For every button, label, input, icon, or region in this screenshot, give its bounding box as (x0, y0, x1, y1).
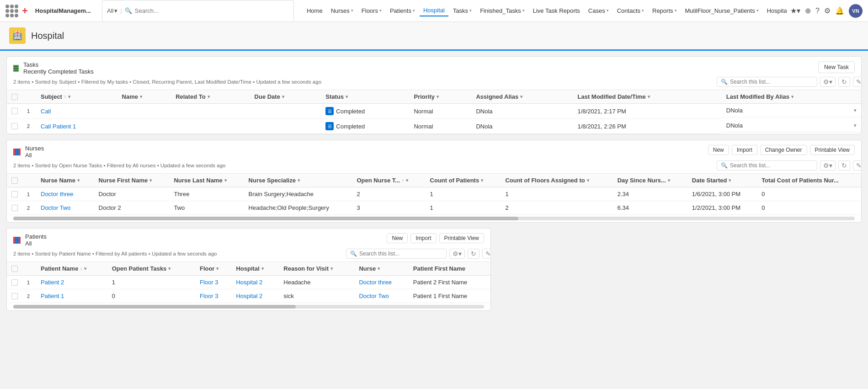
search-input[interactable] (135, 7, 289, 14)
tasks-col-duedate[interactable]: Due Date ▾ (250, 90, 321, 104)
tasks-row1-chevron[interactable]: ▾ (854, 107, 857, 113)
patients-col-reason[interactable]: Reason for Visit ▾ (279, 262, 354, 276)
nurses-refresh-btn[interactable]: ↻ (838, 160, 850, 171)
nav-hospitals[interactable]: Hospitals▾ (763, 5, 787, 16)
tasks-col-related[interactable]: Related To ▾ (171, 90, 250, 104)
patients-col-hospital[interactable]: Hospital ▾ (231, 262, 279, 276)
patients-row2-checkbox[interactable] (11, 293, 18, 299)
tasks-table-scroll[interactable]: Subject ↑ ▾ Name ▾ Related To ▾ Due Date… (7, 90, 861, 134)
plus-icon[interactable]: ⊕ (805, 6, 811, 15)
tasks-col-lastmod[interactable]: Last Modified Date/Time ▾ (573, 90, 722, 104)
nurses-hscroll[interactable] (13, 217, 855, 220)
tasks-select-all-col[interactable] (7, 90, 22, 104)
tasks-row2-subject-link[interactable]: Call Patient 1 (41, 123, 76, 130)
tasks-edit-btn[interactable]: ✎ (853, 77, 862, 87)
patients-printable-view-button[interactable]: Printable View (439, 233, 485, 243)
patients-col-firstname[interactable]: Patient First Name (409, 262, 490, 276)
patients-col-floor[interactable]: Floor ▾ (195, 262, 232, 276)
nurses-select-all-col[interactable] (7, 174, 22, 187)
app-switcher[interactable] (5, 5, 18, 17)
nurses-row2-name-link[interactable]: Doctor Two (41, 204, 71, 211)
brand-section: + HospitalManagem... (22, 5, 98, 17)
tasks-col-status[interactable]: Status ▾ (321, 90, 409, 104)
patients-row2-nurse-link[interactable]: Doctor Two (359, 293, 389, 299)
patients-search-input[interactable] (359, 250, 442, 257)
nurses-col-daysince[interactable]: Day Since Nurs... ▾ (613, 174, 687, 187)
patients-col-name[interactable]: Patient Name ↓ ▾ (36, 262, 107, 276)
nav-nurses[interactable]: Nurses▾ (327, 5, 357, 16)
patients-hscroll[interactable] (13, 305, 484, 309)
tasks-row1-subject-link[interactable]: Call (41, 108, 51, 115)
tasks-col-subject[interactable]: Subject ↑ ▾ (36, 90, 117, 104)
nurses-printable-view-button[interactable]: Printable View (810, 145, 855, 155)
nurses-row1-name-link[interactable]: Doctor three (41, 191, 74, 197)
patients-row2-floor-link[interactable]: Floor 3 (200, 293, 218, 299)
tasks-row1-checkbox[interactable] (11, 108, 18, 114)
patients-row1-hospital-link[interactable]: Hospital 2 (236, 279, 262, 286)
nav-patients[interactable]: Patients▾ (386, 5, 419, 16)
settings-icon[interactable]: ⚙ (824, 6, 831, 15)
patients-new-button[interactable]: New (387, 233, 408, 243)
patients-import-button[interactable]: Import (410, 233, 436, 243)
patients-edit-btn[interactable]: ✎ (482, 249, 491, 259)
nurses-table-scroll[interactable]: Nurse Name ▾ Nurse First Name ▾ Nurse La… (7, 173, 861, 215)
nurses-col-name[interactable]: Nurse Name ▾ (36, 174, 94, 187)
star-icon[interactable]: ★▾ (790, 6, 800, 15)
tasks-settings-btn[interactable]: ⚙▾ (820, 77, 836, 87)
patients-row2-name-link[interactable]: Patient 1 (41, 293, 64, 299)
patients-row1-checkbox[interactable] (11, 279, 18, 286)
nurses-col-totalcost[interactable]: Total Cost of Patients Nur... (757, 174, 861, 187)
nav-contacts[interactable]: Contacts▾ (613, 5, 648, 16)
nurses-row2-checkbox[interactable] (11, 205, 18, 211)
patients-col-opentasks[interactable]: Open Patient Tasks ▾ (107, 262, 195, 276)
nurses-col-firstname[interactable]: Nurse First Name ▾ (94, 174, 170, 187)
nurses-import-button[interactable]: Import (732, 145, 757, 155)
nurses-settings-btn[interactable]: ⚙▾ (820, 160, 836, 171)
nurses-search-input[interactable] (730, 162, 813, 169)
patients-settings-btn[interactable]: ⚙▾ (449, 249, 465, 259)
bell-icon[interactable]: 🔔 (835, 6, 844, 15)
nurses-col-countpatients[interactable]: Count of Patients ▾ (426, 174, 501, 187)
nav-finished-tasks[interactable]: Finished_Tasks▾ (476, 5, 528, 16)
patients-row1-floor-link[interactable]: Floor 3 (200, 279, 218, 286)
avatar[interactable]: VN (849, 4, 863, 18)
nurses-edit-btn[interactable]: ✎ (853, 160, 862, 171)
nurses-col-opentasks[interactable]: Open Nurse T... ↑ ▾ (352, 174, 426, 187)
app-name[interactable]: HospitalManagem... (35, 7, 91, 14)
tasks-refresh-btn[interactable]: ↻ (838, 77, 850, 87)
nurses-col-countfloors[interactable]: Count of Floors Assigned to ▾ (501, 174, 612, 187)
tasks-col-alias[interactable]: Assigned Alias ▾ (471, 90, 573, 104)
help-icon[interactable]: ? (815, 7, 820, 15)
tasks-row2-chevron[interactable]: ▾ (854, 123, 857, 128)
nav-multifloor[interactable]: MutilFloor_Nurse_Patients▾ (682, 5, 762, 16)
tasks-row2-checkbox[interactable] (11, 123, 18, 129)
patients-row2-hospital-link[interactable]: Hospital 2 (236, 293, 262, 299)
patients-refresh-btn[interactable]: ↻ (468, 249, 479, 259)
tasks-col-lastmodby[interactable]: Last Modified By Alias ▾ (722, 90, 861, 104)
patients-row1-nurse-link[interactable]: Doctor three (359, 279, 392, 286)
nurses-meta: 2 items • Sorted by Open Nurse Tasks • F… (13, 163, 225, 168)
tasks-col-priority[interactable]: Priority ▾ (409, 90, 471, 104)
nurses-col-specialize[interactable]: Nurse Specialize ▾ (244, 174, 352, 187)
nav-cases[interactable]: Cases▾ (585, 5, 612, 16)
patients-select-all-col[interactable] (7, 262, 22, 276)
nav-tasks[interactable]: Tasks▾ (449, 5, 475, 16)
new-task-button[interactable]: New Task (818, 61, 855, 73)
nav-reports[interactable]: Reports▾ (649, 5, 681, 16)
tasks-search-input[interactable] (730, 79, 813, 85)
nav-home[interactable]: Home (303, 5, 326, 16)
search-dropdown[interactable]: All ▾ (107, 7, 117, 14)
nav-live-task-reports[interactable]: Live Task Reports (529, 5, 584, 16)
tasks-col-name[interactable]: Name ▾ (117, 90, 171, 104)
nurses-col-lastname[interactable]: Nurse Last Name ▾ (169, 174, 244, 187)
nurses-change-owner-button[interactable]: Change Owner (760, 145, 807, 155)
nurses-title: All (25, 152, 44, 159)
patients-table-scroll[interactable]: Patient Name ↓ ▾ Open Patient Tasks ▾ Fl… (7, 261, 490, 303)
patients-col-nurse[interactable]: Nurse ▾ (354, 262, 408, 276)
nurses-row1-checkbox[interactable] (11, 191, 18, 197)
nurses-col-datestarted[interactable]: Date Started ▾ (687, 174, 757, 187)
nav-floors[interactable]: Floors▾ (358, 5, 385, 16)
nav-hospital[interactable]: Hospital (420, 5, 448, 16)
patients-row1-name-link[interactable]: Patient 2 (41, 279, 64, 286)
nurses-new-button[interactable]: New (708, 145, 729, 155)
